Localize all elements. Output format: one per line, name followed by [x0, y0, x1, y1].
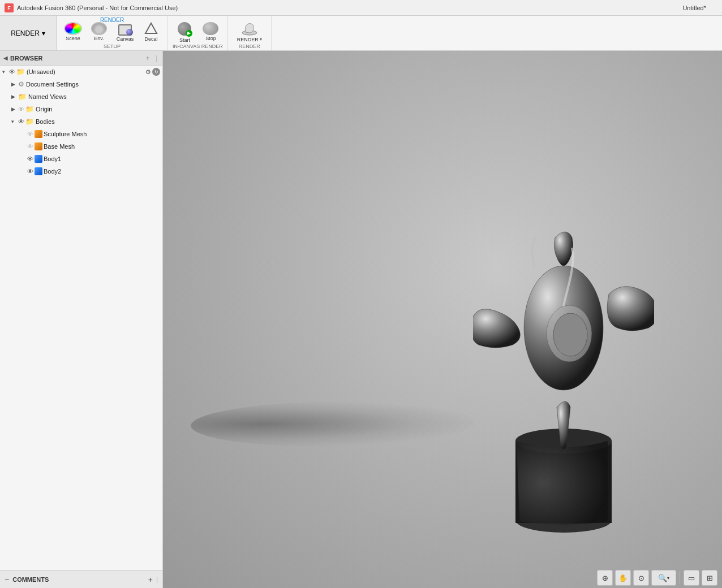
canvas-icon	[117, 22, 133, 36]
comments-add-icon[interactable]: +	[148, 575, 153, 584]
tree-item-origin[interactable]: ▶ 👁 📁 Origin	[0, 103, 162, 115]
comments-label: COMMENTS	[12, 576, 145, 583]
comments-panel: − COMMENTS + |	[0, 570, 162, 588]
pan-tool-button[interactable]: ✋	[615, 570, 631, 586]
display-mode-icon: ▭	[688, 574, 695, 582]
pan-icon: ✋	[618, 574, 628, 582]
environment-icon	[91, 22, 107, 35]
tree-item-base-mesh[interactable]: 👁 Base Mesh	[0, 140, 162, 153]
decal-button[interactable]: Decal	[139, 21, 163, 42]
named-views-label: Named Views	[28, 93, 160, 100]
stop-render-button[interactable]: Stop	[199, 21, 222, 42]
toolbar-separator-1	[680, 572, 680, 583]
sculpture-3d	[473, 215, 654, 554]
main-area: ◀ BROWSER + | ▾ 👁 📁 (Unsaved) ⚙ ↻ ▶	[0, 51, 722, 588]
toolbar-area: RENDER ▾ RENDER Scene Env. Canvas	[0, 16, 722, 51]
decal-icon	[143, 22, 159, 36]
eye-unsaved-icon[interactable]: 👁	[9, 68, 15, 75]
render-mode-dropdown[interactable]: RENDER ▾	[0, 16, 57, 50]
app-icon: F	[5, 3, 14, 12]
zoom-icon: 🔍	[658, 574, 667, 582]
tree-item-unsaved[interactable]: ▾ 👁 📁 (Unsaved) ⚙ ↻	[0, 66, 162, 78]
folder-bodies-icon: 📁	[25, 118, 34, 126]
tree-area: ▾ 👁 📁 (Unsaved) ⚙ ↻ ▶ ⚙ Document Setting…	[0, 66, 162, 570]
document-name: Untitled*	[682, 5, 706, 11]
body1-icon	[35, 155, 42, 163]
scene-settings-label: Scene	[66, 36, 80, 41]
grid-icon: ⊞	[707, 574, 713, 582]
grid-button[interactable]: ⊞	[702, 570, 717, 586]
tree-item-doc-settings[interactable]: ▶ ⚙ Document Settings	[0, 78, 162, 90]
viewport-toolbar: ⊕ ✋ ⊙ 🔍 ▾ ▭ ⊞	[163, 568, 722, 588]
eye-origin-icon[interactable]: 👁	[18, 106, 24, 113]
mesh-sculpture-icon	[35, 130, 42, 138]
svg-point-7	[553, 313, 587, 356]
environment-button[interactable]: Env.	[87, 21, 111, 42]
unsaved-label: (Unsaved)	[27, 68, 144, 75]
folder-unsaved-icon: 📁	[16, 68, 25, 76]
display-mode-button[interactable]: ▭	[684, 570, 699, 586]
tree-item-body2[interactable]: 👁 Body2	[0, 165, 162, 178]
sculpture-mesh-label: Sculpture Mesh	[44, 131, 160, 137]
dropdown-arrow-icon: ▾	[42, 29, 45, 37]
setup-section-label: SETUP	[104, 44, 121, 50]
expand-unsaved-icon: ▾	[2, 69, 9, 75]
settings-unsaved-icon[interactable]: ⚙	[145, 68, 151, 76]
scene-settings-button[interactable]: Scene	[61, 21, 85, 42]
folder-origin-icon: 📁	[25, 105, 34, 113]
render-section-bottom-label: RENDER	[239, 44, 260, 50]
start-render-icon: ▶	[177, 21, 192, 37]
folder-named-views-icon: 📁	[18, 93, 27, 101]
zoom-extents-icon: ⊙	[638, 574, 644, 582]
comments-pipe-icon: |	[156, 576, 158, 583]
mesh-base-icon	[35, 142, 42, 150]
zoom-chevron-icon: ▾	[667, 576, 669, 581]
eye-body2-icon[interactable]: 👁	[27, 168, 33, 175]
body2-icon	[35, 167, 42, 175]
zoom-button[interactable]: 🔍 ▾	[651, 570, 676, 586]
expand-doc-icon: ▶	[11, 81, 18, 87]
comments-collapse-icon[interactable]: −	[5, 575, 9, 584]
title-bar: F Autodesk Fusion 360 (Personal - Not fo…	[0, 0, 722, 16]
svg-marker-0	[145, 23, 157, 33]
expand-bodies-icon: ▾	[11, 119, 18, 124]
stop-render-label: Stop	[205, 36, 216, 41]
decal-label: Decal	[144, 36, 157, 42]
tree-item-named-views[interactable]: ▶ 📁 Named Views	[0, 90, 162, 103]
render-section-label: RENDER	[237, 37, 259, 42]
browser-header: ◀ BROWSER + |	[0, 51, 162, 66]
browser-title: BROWSER	[10, 55, 42, 62]
orbit-icon: ⊕	[602, 574, 608, 582]
render-button[interactable]: RENDER ▾	[233, 21, 267, 42]
viewport[interactable]: ⊕ ✋ ⊙ 🔍 ▾ ▭ ⊞	[163, 51, 722, 588]
bodies-label: Bodies	[36, 118, 160, 125]
orbit-tool-button[interactable]: ⊕	[597, 570, 613, 586]
browser-collapse-icon[interactable]: ◀	[3, 55, 8, 61]
toolbar-section-in-canvas: ▶ Start Stop IN-CANVAS RENDER	[168, 16, 228, 50]
eye-bodies-icon[interactable]: 👁	[18, 118, 24, 125]
color-wheel-icon	[64, 22, 82, 35]
browser-pipe-icon: |	[154, 54, 159, 63]
base-mesh-label: Base Mesh	[44, 143, 160, 150]
toolbar-section-render: RENDER ▾ RENDER	[228, 16, 272, 50]
start-render-button[interactable]: ▶ Start	[173, 21, 196, 42]
render-icon	[240, 21, 259, 36]
in-canvas-section-label: IN-CANVAS RENDER	[173, 44, 223, 50]
canvas-render-button[interactable]: Canvas	[113, 21, 137, 42]
body2-label: Body2	[44, 168, 160, 175]
tree-item-bodies[interactable]: ▾ 👁 📁 Bodies	[0, 115, 162, 128]
eye-base-mesh-icon[interactable]: 👁	[27, 143, 33, 150]
tree-item-sculpture-mesh[interactable]: 👁 Sculpture Mesh	[0, 128, 162, 140]
browser-plus-icon[interactable]: +	[144, 54, 152, 63]
gear-icon: ⚙	[18, 80, 24, 88]
tree-item-body1[interactable]: 👁 Body1	[0, 153, 162, 165]
origin-label: Origin	[36, 106, 160, 113]
canvas-render-label: Canvas	[117, 36, 134, 42]
body1-label: Body1	[44, 155, 160, 162]
zoom-extents-button[interactable]: ⊙	[633, 570, 649, 586]
refresh-badge: ↻	[152, 68, 160, 76]
start-render-label: Start	[179, 37, 190, 43]
eye-sculpture-icon[interactable]: 👁	[27, 131, 33, 137]
app-title: Autodesk Fusion 360 (Personal - Not for …	[17, 5, 178, 11]
eye-body1-icon[interactable]: 👁	[27, 155, 33, 162]
